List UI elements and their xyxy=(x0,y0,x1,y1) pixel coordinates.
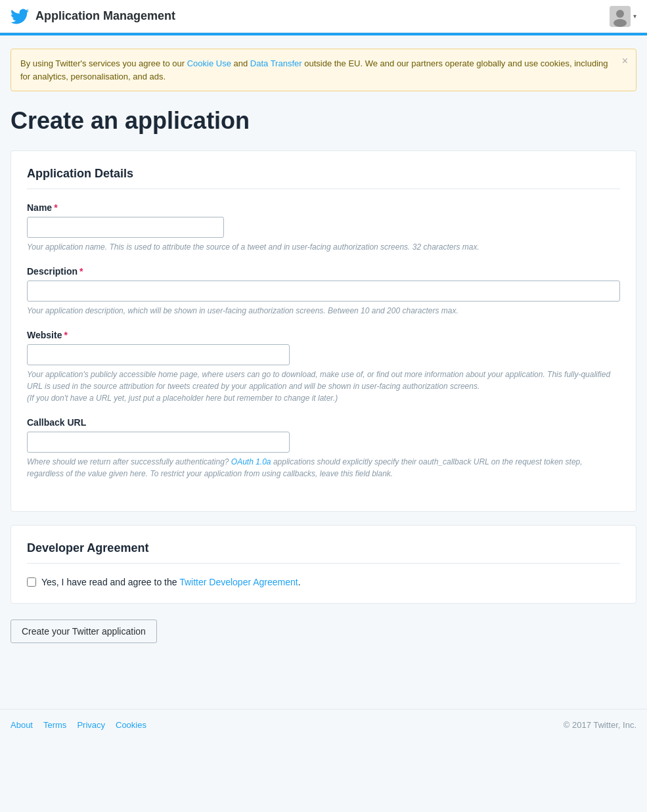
agreement-checkbox[interactable] xyxy=(27,577,36,587)
callback-hint: Where should we return after successfull… xyxy=(27,456,620,480)
name-input[interactable] xyxy=(27,217,224,238)
agreement-label[interactable]: Yes, I have read and agree to the Twitte… xyxy=(41,577,301,587)
data-transfer-link[interactable]: Data Transfer xyxy=(250,58,302,68)
callback-label: Callback URL xyxy=(27,417,620,428)
description-required-marker: * xyxy=(79,266,83,277)
svg-point-2 xyxy=(614,19,627,27)
description-hint: Your application description, which will… xyxy=(27,305,620,317)
developer-agreement-section: Developer Agreement Yes, I have read and… xyxy=(11,525,636,604)
callback-field-group: Callback URL Where should we return afte… xyxy=(27,417,620,480)
footer-links: About Terms Privacy Cookies xyxy=(11,720,146,730)
description-input[interactable] xyxy=(27,281,620,302)
close-icon[interactable]: × xyxy=(622,56,628,66)
agreement-checkbox-row: Yes, I have read and agree to the Twitte… xyxy=(27,577,620,587)
site-footer: About Terms Privacy Cookies © 2017 Twitt… xyxy=(0,709,647,740)
website-required-marker: * xyxy=(64,330,67,340)
footer-copyright: © 2017 Twitter, Inc. xyxy=(564,720,636,730)
website-hint-1: Your application's publicly accessible h… xyxy=(27,369,620,404)
submit-button[interactable]: Create your Twitter application xyxy=(11,620,157,643)
footer-cookies-link[interactable]: Cookies xyxy=(116,720,146,730)
application-details-section: Application Details Name* Your applicati… xyxy=(11,150,636,512)
header-title: Application Management xyxy=(35,9,175,23)
header-left: Application Management xyxy=(11,7,175,26)
website-field-group: Website* Your application's publicly acc… xyxy=(27,330,620,404)
section-title-application-details: Application Details xyxy=(27,167,620,189)
name-field-group: Name* Your application name. This is use… xyxy=(27,202,620,253)
cookie-use-link[interactable]: Cookie Use xyxy=(187,58,231,68)
developer-agreement-link[interactable]: Twitter Developer Agreement xyxy=(179,577,298,587)
description-label: Description* xyxy=(27,266,620,277)
name-required-marker: * xyxy=(54,202,57,213)
name-hint: Your application name. This is used to a… xyxy=(27,241,620,253)
footer-privacy-link[interactable]: Privacy xyxy=(77,720,105,730)
website-label: Website* xyxy=(27,330,620,340)
footer-about-link[interactable]: About xyxy=(11,720,33,730)
name-label: Name* xyxy=(27,202,620,213)
site-header: Application Management ▾ xyxy=(0,0,647,33)
description-field-group: Description* Your application descriptio… xyxy=(27,266,620,317)
twitter-logo-icon xyxy=(11,7,29,26)
oauth-link[interactable]: OAuth 1.0a xyxy=(231,457,271,466)
cookie-text-between: and xyxy=(231,58,250,68)
footer-terms-link[interactable]: Terms xyxy=(43,720,66,730)
user-menu[interactable]: ▾ xyxy=(610,6,636,27)
cookie-banner: By using Twitter's services you agree to… xyxy=(11,49,636,91)
main-content: By using Twitter's services you agree to… xyxy=(0,35,647,669)
cookie-text-before: By using Twitter's services you agree to… xyxy=(20,58,187,68)
chevron-down-icon: ▾ xyxy=(633,12,636,20)
callback-input[interactable] xyxy=(27,432,290,453)
page-title: Create an application xyxy=(11,107,636,135)
svg-point-1 xyxy=(616,10,624,18)
section-title-agreement: Developer Agreement xyxy=(27,541,620,564)
website-input[interactable] xyxy=(27,344,290,365)
avatar xyxy=(610,6,631,27)
